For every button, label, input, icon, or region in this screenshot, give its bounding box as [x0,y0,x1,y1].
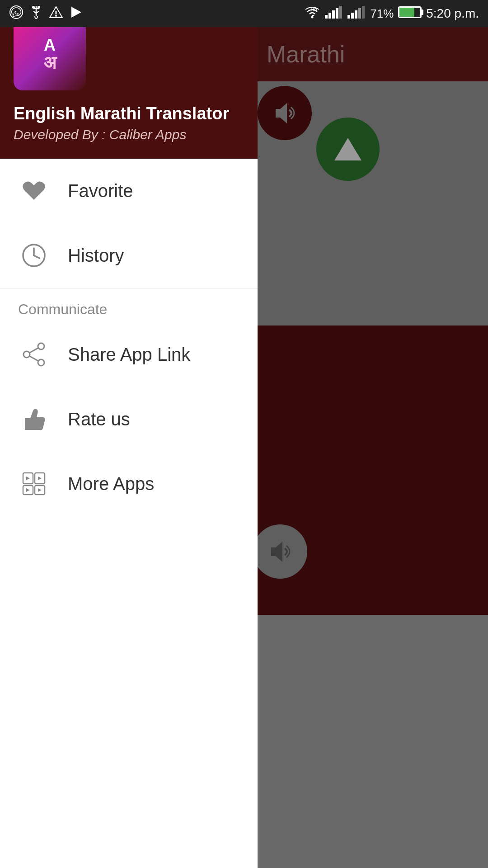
svg-point-2 [38,6,40,9]
signal-icon [325,6,343,22]
svg-marker-31 [38,476,42,480]
menu-item-history[interactable]: History [0,223,258,288]
svg-rect-7 [325,15,328,19]
svg-point-5 [311,16,314,18]
svg-line-20 [34,255,39,258]
logo-text-en: A [44,37,56,53]
time-display: 5:20 p.m. [426,6,479,21]
menu-item-rate[interactable]: Rate us [0,387,258,452]
battery-indicator [398,6,422,21]
app-logo: TRANSLATOR A अ [14,18,86,90]
svg-point-22 [38,359,44,366]
communicate-section-header: Communicate [0,288,258,322]
drawer-app-name: English Marathi Translator [14,104,244,123]
rate-label: Rate us [68,409,130,429]
history-label: History [68,245,124,266]
svg-rect-11 [339,6,342,19]
svg-marker-30 [26,476,30,480]
drawer-menu: Favorite History Communicate [0,159,258,868]
thumbsup-icon [18,403,50,435]
status-right: HD 71% [304,6,479,22]
favorite-label: Favorite [68,181,133,201]
svg-rect-10 [336,8,338,19]
more-apps-label: More Apps [68,474,154,494]
navigation-drawer: TRANSLATOR A अ English Marathi Translato… [0,0,258,868]
svg-rect-8 [328,13,331,19]
svg-rect-9 [332,10,335,19]
svg-rect-14 [355,10,357,19]
whatsapp-icon [9,5,23,23]
svg-line-24 [30,348,38,353]
svg-point-4 [55,15,57,17]
svg-marker-32 [26,488,30,492]
drawer-developer: Developed By : Caliber Apps [14,127,244,142]
signal2-icon [347,6,366,22]
logo-text-mr: अ [43,53,56,71]
menu-item-favorite[interactable]: Favorite [0,159,258,223]
battery-percent: 71% [370,7,394,21]
wifi-icon: HD [304,6,320,22]
warning-icon [49,5,63,23]
svg-rect-15 [358,8,361,19]
play-icon [70,5,82,23]
svg-marker-33 [38,488,42,492]
status-left [9,5,82,23]
clock-icon [18,240,50,271]
menu-item-share[interactable]: Share App Link [0,322,258,387]
svg-rect-16 [362,6,365,19]
svg-rect-12 [347,15,350,19]
heart-icon [18,175,50,207]
svg-point-23 [23,351,30,358]
svg-point-1 [32,6,35,9]
share-label: Share App Link [68,344,190,365]
svg-line-25 [30,356,38,361]
svg-text:HD: HD [311,7,317,12]
share-icon [18,339,50,370]
apps-icon [18,468,50,500]
svg-point-21 [38,343,44,349]
menu-item-more-apps[interactable]: More Apps [0,452,258,516]
status-bar: HD 71% [0,0,488,27]
svg-rect-13 [351,13,354,19]
usb-icon [30,5,42,23]
